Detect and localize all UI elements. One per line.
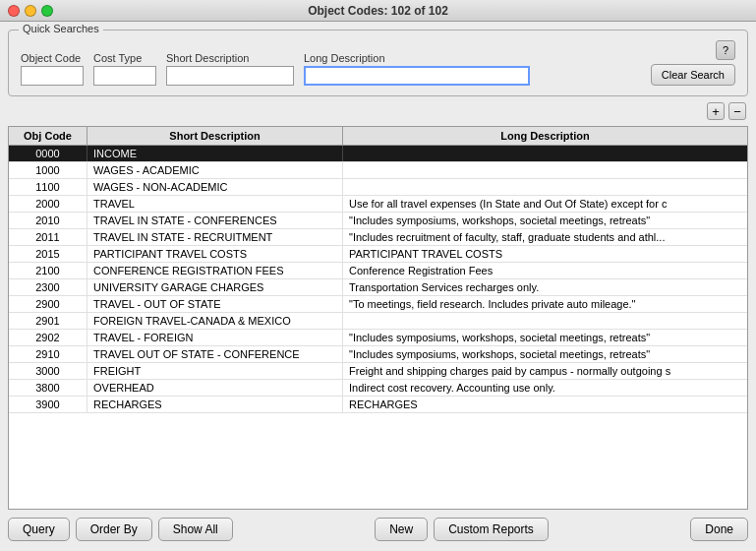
cost-type-input[interactable] <box>93 66 156 86</box>
cell-short-desc: TRAVEL <box>87 196 343 212</box>
cell-short-desc: TRAVEL - FOREIGN <box>87 330 343 345</box>
cell-obj-code: 2010 <box>9 213 87 228</box>
cell-short-desc: RECHARGES <box>87 397 343 412</box>
object-code-input[interactable] <box>21 66 84 86</box>
quick-searches-legend: Quick Searches <box>19 23 103 34</box>
long-desc-field-group: Long Description <box>304 52 530 86</box>
cell-obj-code: 2910 <box>9 346 87 362</box>
done-button[interactable]: Done <box>690 518 748 541</box>
table-row[interactable]: 1000WAGES - ACADEMIC <box>9 162 747 179</box>
maximize-button[interactable] <box>41 5 53 17</box>
table-row[interactable]: 2300UNIVERSITY GARAGE CHARGESTransportat… <box>9 279 747 296</box>
cell-long-desc: "Includes symposiums, workshops, societa… <box>343 346 747 362</box>
table-row[interactable]: 2011TRAVEL IN STATE - RECRUITMENT"Includ… <box>9 229 747 246</box>
cell-long-desc <box>343 146 747 161</box>
table-row[interactable]: 3800OVERHEADIndirect cost recovery. Acco… <box>9 380 747 397</box>
long-desc-input[interactable] <box>304 66 530 86</box>
cell-short-desc: TRAVEL - OUT OF STATE <box>87 296 343 312</box>
table-header: Obj Code Short Description Long Descript… <box>9 127 747 146</box>
cell-obj-code: 2015 <box>9 246 87 262</box>
cell-short-desc: FOREIGN TRAVEL-CANADA & MEXICO <box>87 313 343 329</box>
table-row[interactable]: 2910TRAVEL OUT OF STATE - CONFERENCE"Inc… <box>9 346 747 363</box>
cost-type-label: Cost Type <box>93 52 156 64</box>
collapse-button[interactable]: − <box>728 102 746 120</box>
table-row[interactable]: 0000INCOME <box>9 146 747 162</box>
short-desc-field-group: Short Description <box>166 52 294 86</box>
table-row[interactable]: 2902TRAVEL - FOREIGN"Includes symposiums… <box>9 330 747 346</box>
cell-obj-code: 2300 <box>9 279 87 295</box>
cost-type-field-group: Cost Type <box>93 52 156 86</box>
cell-long-desc: "Includes symposiums, workshops, societa… <box>343 330 747 345</box>
table-row[interactable]: 3000FREIGHTFreight and shipping charges … <box>9 363 747 380</box>
short-desc-input[interactable] <box>166 66 294 86</box>
cell-short-desc: OVERHEAD <box>87 380 343 396</box>
cell-short-desc: TRAVEL OUT OF STATE - CONFERENCE <box>87 346 343 362</box>
new-button[interactable]: New <box>375 518 428 541</box>
title-bar: Object Codes: 102 of 102 <box>0 0 756 22</box>
expand-collapse-row: + − <box>8 102 748 120</box>
cell-obj-code: 0000 <box>9 146 87 161</box>
bottom-right-buttons: Done <box>690 518 748 541</box>
cell-obj-code: 2000 <box>9 196 87 212</box>
query-button[interactable]: Query <box>8 518 70 541</box>
table-row[interactable]: 3900RECHARGESRECHARGES <box>9 397 747 413</box>
col-header-short: Short Description <box>87 127 343 145</box>
main-window: Quick Searches Object Code Cost Type Sho… <box>0 22 756 551</box>
help-button[interactable]: ? <box>716 40 735 60</box>
clear-search-button[interactable]: Clear Search <box>651 64 735 86</box>
cell-long-desc: Transportation Services recharges only. <box>343 279 747 295</box>
cell-long-desc <box>343 162 747 178</box>
cell-obj-code: 2011 <box>9 229 87 245</box>
table-row[interactable]: 2015PARTICIPANT TRAVEL COSTSPARTICIPANT … <box>9 246 747 263</box>
window-controls[interactable] <box>8 5 53 17</box>
bottom-left-buttons: Query Order By Show All <box>8 518 233 541</box>
cell-long-desc: "Includes symposiums, workshops, societa… <box>343 213 747 228</box>
cell-obj-code: 1000 <box>9 162 87 178</box>
cell-short-desc: INCOME <box>87 146 343 161</box>
object-code-label: Object Code <box>21 52 84 64</box>
cell-obj-code: 1100 <box>9 179 87 195</box>
order-by-button[interactable]: Order By <box>76 518 152 541</box>
col-header-long: Long Description <box>343 127 747 145</box>
cell-obj-code: 2901 <box>9 313 87 329</box>
custom-reports-button[interactable]: Custom Reports <box>434 518 549 541</box>
cell-long-desc: Freight and shipping charges paid by cam… <box>343 363 747 379</box>
col-header-obj: Obj Code <box>9 127 87 145</box>
cell-short-desc: CONFERENCE REGISTRATION FEES <box>87 263 343 278</box>
table-row[interactable]: 2000TRAVELUse for all travel expenses (I… <box>9 196 747 213</box>
data-table: Obj Code Short Description Long Descript… <box>8 126 748 510</box>
cell-obj-code: 2100 <box>9 263 87 278</box>
cell-long-desc: "Includes recruitment of faculty, staff,… <box>343 229 747 245</box>
table-row[interactable]: 2901FOREIGN TRAVEL-CANADA & MEXICO <box>9 313 747 330</box>
cell-short-desc: TRAVEL IN STATE - RECRUITMENT <box>87 229 343 245</box>
show-all-button[interactable]: Show All <box>158 518 233 541</box>
object-code-field-group: Object Code <box>21 52 84 86</box>
table-body: 0000INCOME1000WAGES - ACADEMIC1100WAGES … <box>9 146 747 509</box>
short-desc-label: Short Description <box>166 52 294 64</box>
cell-long-desc <box>343 313 747 329</box>
minimize-button[interactable] <box>25 5 36 17</box>
quick-searches-panel: Quick Searches Object Code Cost Type Sho… <box>8 30 748 96</box>
cell-long-desc: "To meetings, field research. Includes p… <box>343 296 747 312</box>
bottom-buttons: Query Order By Show All New Custom Repor… <box>8 516 748 543</box>
cell-long-desc: RECHARGES <box>343 397 747 412</box>
cell-short-desc: PARTICIPANT TRAVEL COSTS <box>87 246 343 262</box>
window-title: Object Codes: 102 of 102 <box>308 4 448 18</box>
cell-long-desc <box>343 179 747 195</box>
table-row[interactable]: 2010TRAVEL IN STATE - CONFERENCES"Includ… <box>9 213 747 229</box>
close-button[interactable] <box>8 5 20 17</box>
table-row[interactable]: 2100CONFERENCE REGISTRATION FEESConferen… <box>9 263 747 279</box>
cell-short-desc: UNIVERSITY GARAGE CHARGES <box>87 279 343 295</box>
cell-obj-code: 3000 <box>9 363 87 379</box>
long-desc-label: Long Description <box>304 52 530 64</box>
bottom-center-buttons: New Custom Reports <box>375 518 549 541</box>
expand-button[interactable]: + <box>707 102 725 120</box>
cell-long-desc: Use for all travel expenses (In State an… <box>343 196 747 212</box>
cell-short-desc: TRAVEL IN STATE - CONFERENCES <box>87 213 343 228</box>
cell-short-desc: FREIGHT <box>87 363 343 379</box>
cell-short-desc: WAGES - NON-ACADEMIC <box>87 179 343 195</box>
cell-short-desc: WAGES - ACADEMIC <box>87 162 343 178</box>
cell-obj-code: 2900 <box>9 296 87 312</box>
table-row[interactable]: 1100WAGES - NON-ACADEMIC <box>9 179 747 196</box>
table-row[interactable]: 2900TRAVEL - OUT OF STATE"To meetings, f… <box>9 296 747 313</box>
